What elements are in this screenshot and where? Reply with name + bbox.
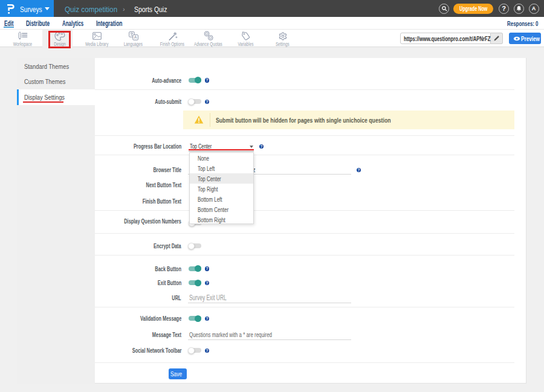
svg-text:A: A: [134, 35, 137, 39]
